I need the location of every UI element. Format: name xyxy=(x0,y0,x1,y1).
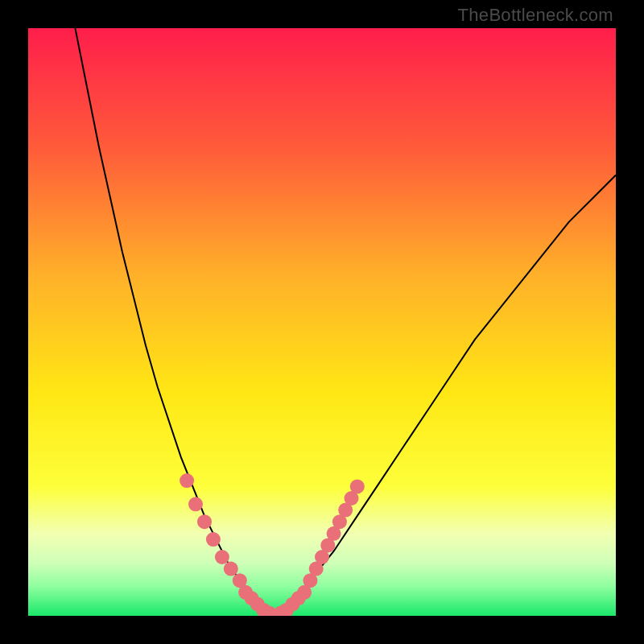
watermark-text: TheBottleneck.com xyxy=(458,5,613,26)
marker-dot xyxy=(188,497,203,511)
pink-markers xyxy=(180,473,365,616)
curve-left xyxy=(75,28,275,616)
marker-dot xyxy=(350,479,365,493)
marker-dot xyxy=(197,514,212,529)
plot-area xyxy=(28,28,616,616)
marker-dot xyxy=(180,473,194,488)
marker-dot xyxy=(206,532,221,547)
marker-dot xyxy=(224,562,238,576)
chart-curves xyxy=(28,28,616,616)
marker-dot xyxy=(215,550,229,564)
chart-frame: TheBottleneck.com xyxy=(0,0,644,644)
